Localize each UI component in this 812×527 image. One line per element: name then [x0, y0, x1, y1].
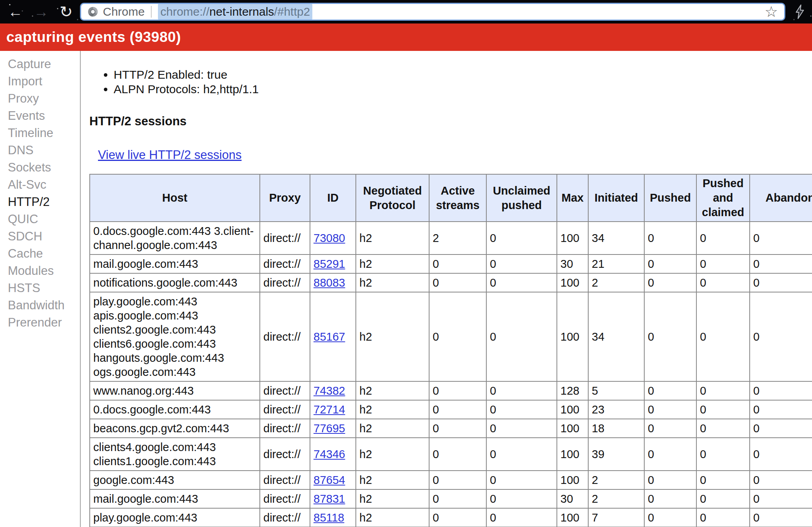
table-row: play.google.com:443 direct:// 85118 h2 0… — [90, 508, 812, 527]
id-cell: 85167 — [310, 292, 356, 381]
session-id-link[interactable]: 85291 — [314, 258, 345, 270]
protocol-cell: h2 — [356, 419, 429, 438]
sidebar-item-http2[interactable]: HTTP/2 — [0, 193, 80, 211]
sidebar-item-alt-svc[interactable]: Alt-Svc — [0, 176, 80, 193]
forward-icon[interactable]: → — [34, 4, 49, 19]
sidebar-item-proxy[interactable]: Proxy — [0, 90, 80, 107]
max-cell: 100 — [557, 438, 588, 471]
active-streams-cell: 0 — [429, 254, 486, 273]
id-cell: 85291 — [310, 254, 356, 273]
abandoned-cell: 0 — [750, 400, 812, 419]
sidebar-item-modules[interactable]: Modules — [0, 262, 80, 280]
host-cell: www.nanog.org:443 — [90, 381, 260, 400]
http2-content: HTTP/2 Enabled: true ALPN Protocols: h2,… — [81, 51, 812, 527]
pushed-cell: 0 — [644, 254, 696, 273]
chrome-logo-icon — [87, 6, 98, 17]
sidebar-item-hsts[interactable]: HSTS — [0, 280, 80, 297]
abandoned-cell: 0 — [750, 381, 812, 400]
omnibox-separator — [151, 6, 152, 18]
sidebar-item-bandwidth[interactable]: Bandwidth — [0, 297, 80, 314]
proxy-cell: direct:// — [260, 273, 310, 292]
protocol-cell: h2 — [356, 292, 429, 381]
unclaimed-pushed-cell: 0 — [486, 419, 557, 438]
active-streams-cell: 0 — [429, 292, 486, 381]
pushed-claimed-cell: 0 — [696, 419, 750, 438]
session-id-link[interactable]: 72714 — [314, 403, 345, 416]
extension-lightning-icon[interactable] — [793, 4, 807, 20]
session-id-link[interactable]: 74382 — [314, 384, 345, 397]
table-row: 0.docs.google.com:443 3.client-channel.g… — [90, 222, 812, 254]
url-host: net-internals — [209, 5, 274, 18]
sidebar-item-cache[interactable]: Cache — [0, 245, 80, 262]
abandoned-cell: 0 — [750, 292, 812, 381]
session-id-link[interactable]: 85118 — [314, 511, 344, 524]
sidebar-item-quic[interactable]: QUIC — [0, 211, 80, 228]
session-id-link[interactable]: 74346 — [314, 448, 345, 460]
url-fragment: /#http2 — [274, 5, 310, 18]
sidebar-item-capture[interactable]: Capture — [0, 56, 80, 73]
col-abandoned: Abandoned — [750, 174, 812, 222]
pushed-cell: 0 — [644, 400, 696, 419]
session-id-link[interactable]: 73080 — [314, 232, 345, 244]
unclaimed-pushed-cell: 0 — [486, 254, 557, 273]
active-streams-cell: 0 — [429, 489, 486, 508]
sidebar-item-sockets[interactable]: Sockets — [0, 159, 80, 176]
proxy-cell: direct:// — [260, 471, 310, 489]
max-cell: 30 — [557, 254, 588, 273]
alpn-protocols-item: ALPN Protocols: h2,http/1.1 — [114, 82, 812, 96]
sidebar-item-events[interactable]: Events — [0, 107, 80, 125]
initiated-cell: 34 — [588, 222, 644, 254]
unclaimed-pushed-cell: 0 — [486, 400, 557, 419]
net-internals-page: Capture Import Proxy Events Timeline DNS… — [0, 51, 812, 527]
sidebar-nav: Capture Import Proxy Events Timeline DNS… — [0, 51, 81, 527]
active-streams-cell: 0 — [429, 419, 486, 438]
session-id-link[interactable]: 87831 — [314, 493, 345, 505]
sessions-table-wrap: Host Proxy ID Negotiated Protocol Active… — [89, 174, 812, 527]
unclaimed-pushed-cell: 0 — [486, 273, 557, 292]
host-cell: play.google.com:443 — [90, 508, 260, 527]
sidebar-item-sdch[interactable]: SDCH — [0, 228, 80, 245]
session-id-link[interactable]: 87654 — [314, 474, 345, 486]
initiated-cell: 34 — [588, 292, 644, 381]
pushed-cell: 0 — [644, 419, 696, 438]
abandoned-cell: 0 — [750, 254, 812, 273]
session-id-link[interactable]: 85167 — [314, 330, 345, 343]
http2-sessions-heading: HTTP/2 sessions — [89, 114, 812, 128]
initiated-cell: 21 — [588, 254, 644, 273]
abandoned-cell: 0 — [750, 273, 812, 292]
protocol-cell: h2 — [356, 438, 429, 471]
bookmark-star-icon[interactable]: ☆ — [765, 4, 778, 19]
abandoned-cell: 0 — [750, 419, 812, 438]
host-cell: mail.google.com:443 — [90, 489, 260, 508]
sidebar-item-prerender[interactable]: Prerender — [0, 314, 80, 331]
host-cell: play.google.com:443 apis.google.com:443 … — [90, 292, 260, 381]
pushed-claimed-cell: 0 — [696, 471, 750, 489]
pushed-claimed-cell: 0 — [696, 508, 750, 527]
initiated-cell: 2 — [588, 273, 644, 292]
id-cell: 73080 — [310, 222, 356, 254]
view-live-sessions-link[interactable]: View live HTTP/2 sessions — [98, 148, 241, 162]
proxy-cell: direct:// — [260, 381, 310, 400]
protocol-cell: h2 — [356, 254, 429, 273]
pushed-claimed-cell: 0 — [696, 400, 750, 419]
sidebar-item-import[interactable]: Import — [0, 73, 80, 90]
pushed-cell: 0 — [644, 381, 696, 400]
id-cell: 77695 — [310, 419, 356, 438]
protocol-cell: h2 — [356, 273, 429, 292]
reload-icon[interactable]: ↻ — [60, 4, 73, 20]
abandoned-cell: 0 — [750, 471, 812, 489]
pushed-claimed-cell: 0 — [696, 222, 750, 254]
table-row: clients4.google.com:443 clients1.google.… — [90, 438, 812, 471]
session-id-link[interactable]: 88083 — [314, 276, 345, 289]
id-cell: 74346 — [310, 438, 356, 471]
sidebar-item-timeline[interactable]: Timeline — [0, 125, 80, 142]
session-id-link[interactable]: 77695 — [314, 422, 345, 435]
col-pushed: Pushed — [644, 174, 696, 222]
sidebar-item-dns[interactable]: DNS — [0, 142, 80, 159]
initiated-cell: 23 — [588, 400, 644, 419]
unclaimed-pushed-cell: 0 — [486, 489, 557, 508]
proxy-cell: direct:// — [260, 292, 310, 381]
pushed-claimed-cell: 0 — [696, 254, 750, 273]
url-bar[interactable]: Chrome chrome://net-internals/#http2 ☆ — [80, 3, 785, 21]
back-icon[interactable]: ← — [8, 4, 23, 19]
